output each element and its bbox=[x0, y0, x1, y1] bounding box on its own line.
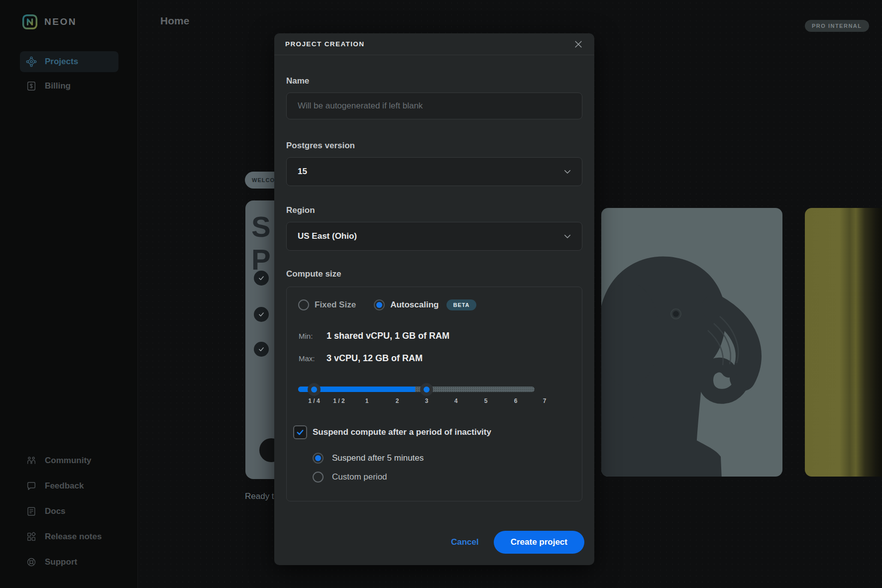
onboarding-headline-letter: S bbox=[251, 212, 271, 241]
project-creation-modal: PROJECT CREATION Name Postgres version 1… bbox=[274, 33, 594, 565]
min-value: 1 shared vCPU, 1 GB of RAM bbox=[327, 331, 449, 341]
suspend-after-5-minutes-option: Suspend after 5 minutes bbox=[313, 453, 424, 464]
autoscaling-label: Autoscaling bbox=[390, 300, 439, 310]
modal-footer: Cancel Create project bbox=[286, 531, 584, 554]
slider-tick: 4 bbox=[454, 397, 458, 404]
brand-name: NEON bbox=[44, 16, 77, 27]
projects-icon bbox=[26, 56, 37, 67]
min-row: Min: 1 shared vCPU, 1 GB of RAM bbox=[299, 331, 449, 342]
slider-min-handle[interactable] bbox=[308, 383, 321, 396]
compute-mode-options: Fixed Size Autoscaling BETA bbox=[298, 299, 476, 311]
slider-tick: 3 bbox=[425, 397, 429, 404]
suspend-5min-label: Suspend after 5 minutes bbox=[332, 453, 424, 463]
region-label: Region bbox=[286, 205, 315, 215]
billing-icon bbox=[26, 81, 37, 92]
chevron-down-icon bbox=[563, 167, 572, 176]
brand-logo[interactable]: NEON bbox=[22, 14, 77, 30]
custom-period-label: Custom period bbox=[332, 472, 387, 482]
compute-size-label: Compute size bbox=[286, 269, 341, 279]
sidebar-item-support[interactable]: Support bbox=[20, 555, 118, 569]
feedback-icon bbox=[26, 481, 37, 491]
postgres-version-value: 15 bbox=[298, 167, 307, 177]
sidebar-item-feedback[interactable]: Feedback bbox=[20, 479, 118, 493]
promo-card bbox=[805, 208, 882, 477]
sidebar-item-community[interactable]: Community bbox=[20, 454, 118, 468]
modal-header: PROJECT CREATION bbox=[274, 33, 594, 55]
postgres-version-select[interactable]: 15 bbox=[286, 157, 582, 186]
slider-tick: 1 bbox=[365, 397, 369, 404]
slider-tick: 7 bbox=[543, 397, 547, 404]
max-label: Max: bbox=[299, 354, 327, 363]
slider-ticks: 1 / 4 1 / 2 1 2 3 4 5 6 7 bbox=[298, 397, 535, 405]
check-circle-icon bbox=[254, 307, 269, 322]
suspend-checkbox-row: Suspend compute after a period of inacti… bbox=[293, 425, 491, 439]
max-value: 3 vCPU, 12 GB of RAM bbox=[327, 353, 423, 364]
neon-logo-icon bbox=[22, 14, 38, 30]
max-row: Max: 3 vCPU, 12 GB of RAM bbox=[299, 353, 423, 364]
release-notes-icon bbox=[26, 531, 37, 542]
slider-tick: 6 bbox=[514, 397, 518, 404]
sidebar-item-label: Billing bbox=[45, 81, 71, 91]
check-circle-icon bbox=[254, 271, 269, 286]
onboarding-headline-letter: P bbox=[251, 245, 271, 274]
name-label: Name bbox=[286, 76, 309, 86]
sidebar-item-label: Docs bbox=[45, 506, 66, 516]
sidebar-item-docs[interactable]: Docs bbox=[20, 504, 118, 518]
close-icon[interactable] bbox=[573, 39, 583, 49]
suspend-checkbox-label: Suspend compute after a period of inacti… bbox=[313, 427, 491, 437]
sidebar-item-label: Projects bbox=[45, 57, 78, 67]
fixed-size-label: Fixed Size bbox=[315, 300, 356, 310]
sidebar-item-billing[interactable]: Billing bbox=[20, 76, 118, 97]
chevron-down-icon bbox=[563, 232, 572, 241]
region-value: US East (Ohio) bbox=[298, 231, 357, 241]
community-icon bbox=[26, 455, 37, 466]
compute-size-box: Fixed Size Autoscaling BETA Min: 1 share… bbox=[286, 287, 582, 501]
compute-size-slider[interactable] bbox=[298, 387, 535, 392]
elephant-image-card bbox=[601, 208, 782, 477]
modal-title: PROJECT CREATION bbox=[285, 40, 364, 48]
custom-period-option: Custom period bbox=[313, 472, 387, 483]
region-select[interactable]: US East (Ohio) bbox=[286, 222, 582, 251]
sidebar-item-label: Support bbox=[45, 557, 77, 567]
ready-text: Ready to bbox=[245, 491, 279, 501]
sidebar-item-label: Feedback bbox=[45, 481, 84, 491]
suspend-5min-radio[interactable] bbox=[313, 453, 324, 464]
suspend-checkbox[interactable] bbox=[293, 425, 307, 439]
check-circle-icon bbox=[254, 342, 269, 357]
sidebar-item-release-notes[interactable]: Release notes bbox=[20, 530, 118, 544]
cancel-button[interactable]: Cancel bbox=[451, 537, 479, 547]
name-input[interactable] bbox=[286, 93, 582, 119]
slider-tick: 5 bbox=[484, 397, 488, 404]
docs-icon bbox=[26, 506, 37, 517]
support-icon bbox=[26, 557, 37, 568]
min-label: Min: bbox=[299, 332, 327, 340]
beta-badge: BETA bbox=[446, 299, 476, 310]
create-project-button[interactable]: Create project bbox=[494, 531, 584, 554]
fixed-size-radio[interactable] bbox=[298, 299, 309, 310]
sidebar: NEON Projects Billing Communi bbox=[0, 0, 138, 588]
sidebar-item-label: Community bbox=[45, 456, 92, 466]
postgres-version-label: Postgres version bbox=[286, 141, 355, 151]
autoscaling-radio[interactable] bbox=[374, 299, 385, 310]
custom-period-radio[interactable] bbox=[313, 472, 324, 483]
slider-tick: 1 / 4 bbox=[308, 397, 320, 404]
slider-tick: 1 / 2 bbox=[333, 397, 344, 404]
elephant-image bbox=[601, 208, 782, 477]
page-title: Home bbox=[160, 15, 189, 27]
slider-max-handle[interactable] bbox=[420, 383, 433, 396]
slider-tick: 2 bbox=[396, 397, 399, 404]
sidebar-item-label: Release notes bbox=[45, 532, 102, 542]
sidebar-item-projects[interactable]: Projects bbox=[20, 51, 118, 72]
plan-badge: PRO INTERNAL bbox=[805, 20, 869, 32]
